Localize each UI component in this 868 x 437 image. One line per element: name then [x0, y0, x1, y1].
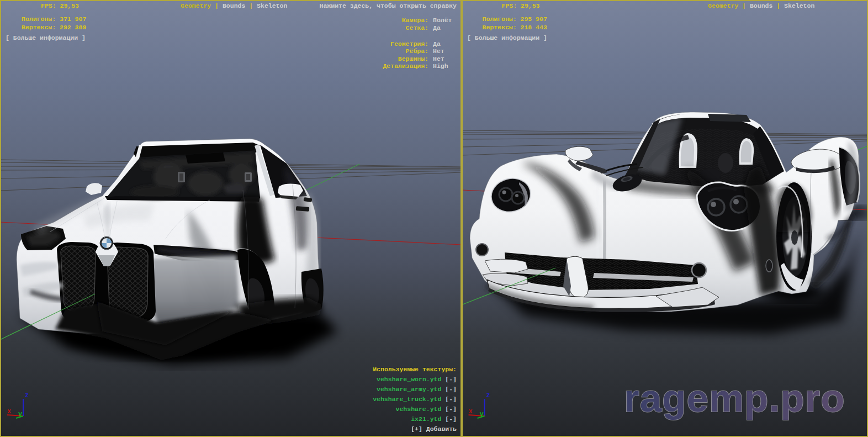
- svg-text:z: z: [486, 392, 490, 399]
- svg-text:ragemp.pro: ragemp.pro: [624, 376, 845, 420]
- svg-text:y: y: [18, 410, 22, 418]
- svg-text:x: x: [7, 408, 11, 415]
- svg-text:z: z: [25, 392, 29, 399]
- svg-text:y: y: [480, 410, 484, 418]
- svg-text:x: x: [469, 408, 473, 415]
